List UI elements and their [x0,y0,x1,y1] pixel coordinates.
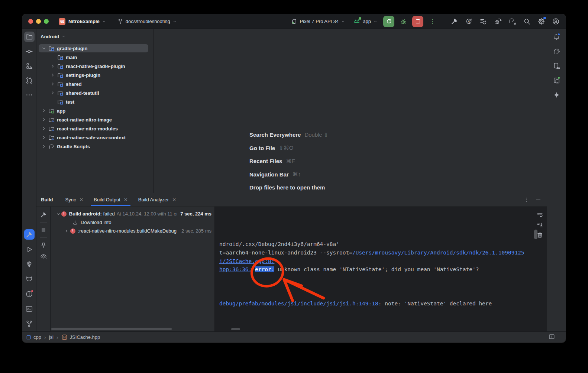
error-badge-icon: ! [70,228,75,234]
build-button[interactable] [24,229,35,240]
chevron-down-icon[interactable] [41,46,48,51]
breadcrumb-item[interactable]: HJSICache.hpp [61,334,100,340]
version-control-icon [25,320,33,328]
tree-item-test[interactable]: test [36,97,154,106]
clear-all-button[interactable] [535,230,544,239]
console-horizontal-scrollbar[interactable] [231,328,240,330]
apply-changes-button[interactable]: A [465,17,473,25]
breadcrumb-item[interactable]: cpp [26,334,41,340]
zoom-window-button[interactable] [44,19,49,24]
gradle-sync-button[interactable] [508,17,516,25]
horizontal-scrollbar[interactable] [51,328,172,330]
tab-build-output[interactable]: Build Output✕ [91,193,130,206]
device-selector[interactable]: Pixel 7 Pro API 34 [289,17,348,26]
run-config-selector[interactable]: app [351,16,380,27]
tree-item-shared[interactable]: shared [36,80,154,88]
commit-button[interactable] [24,46,35,56]
pin-button[interactable] [39,241,48,250]
project-selector[interactable]: NitroExample [66,17,109,26]
running-devices-button[interactable] [552,75,561,85]
more-button[interactable] [24,90,35,100]
rebuild-button[interactable] [39,210,48,219]
chevron-right-icon[interactable] [41,108,48,113]
apply-code-changes-button[interactable] [479,17,487,25]
minimize-window-button[interactable] [36,19,41,24]
breadcrumb-item[interactable]: jsi [49,334,54,340]
chevron-down-icon[interactable] [56,211,61,217]
tab-sync[interactable]: Sync✕ [63,193,86,206]
tree-item-shared-testutil[interactable]: shared-testutil [36,88,154,97]
settings-button[interactable] [537,17,545,25]
gradle-button[interactable] [552,46,561,56]
more-run-actions-button[interactable] [427,16,438,27]
project-view-selector[interactable]: Android [36,29,154,44]
build-tree-row[interactable]: !:react-native-nitro-modules:buildCMakeD… [51,227,214,235]
stop-button[interactable] [412,16,423,27]
console-file-link[interactable]: hpp:36:36: [219,266,252,272]
build-tree-row[interactable]: Download info [51,218,214,227]
event-log-button[interactable] [548,333,555,341]
close-window-button[interactable] [28,19,33,24]
app-insights-button[interactable] [24,259,35,269]
chevron-right-icon[interactable] [50,81,56,87]
branch-selector[interactable]: docs/troubleshooting [115,17,179,26]
chevron-right-icon[interactable] [41,144,48,149]
chevron-right-icon[interactable] [41,117,48,122]
tree-item-react-native-nitro-image[interactable]: react-native-nitro-image [36,115,154,124]
device-manager-button[interactable] [552,61,561,71]
build-row-duration: 2 sec, 285 ms [181,228,214,234]
version-control-button[interactable] [24,318,35,329]
search-button[interactable] [523,17,531,25]
console-file-link[interactable]: debug/prefab/modules/jsi/include/jsi/jsi… [219,301,378,306]
shortcut-hint: Go to File⇧⌘O [249,142,329,155]
chevron-right-icon[interactable] [50,72,56,78]
rerun-button[interactable] [383,16,394,27]
notifications-button[interactable] [552,32,561,42]
project-button[interactable] [24,32,35,42]
pull-requests-button[interactable] [24,75,35,85]
preview-icon [40,253,47,260]
close-tab-icon[interactable]: ✕ [79,197,83,202]
more-button[interactable] [523,197,530,203]
attach-debugger-button[interactable] [494,17,502,25]
tree-item-settings-plugin[interactable]: settings-plugin [36,71,154,80]
tree-item-label: app [57,108,65,114]
terminal-button[interactable] [24,304,35,314]
problems-button[interactable] [24,289,35,299]
pin-icon [40,241,47,249]
logcat-icon [25,275,33,283]
tree-item-label: react-native-nitro-modules [57,126,118,132]
kebab-menu-icon [429,18,436,25]
tree-item-react-native-gradle-plugin[interactable]: react-native-gradle-plugin [36,62,154,71]
close-tab-icon[interactable]: ✕ [172,197,176,202]
tree-item-main[interactable]: main [36,53,154,62]
tree-item-react-native-safe-area-context[interactable]: react-native-safe-area-context [36,133,154,142]
chevron-right-icon[interactable] [41,126,48,131]
tab-build-analyzer[interactable]: Build Analyzer✕ [136,193,179,206]
console-file-link[interactable]: i/JSICache.cpp:8: [219,258,274,264]
gemini-button[interactable] [552,90,561,100]
soft-wrap-button[interactable] [535,210,544,219]
console-text [252,266,255,272]
profile-button[interactable] [552,17,560,25]
chevron-right-icon[interactable] [50,64,56,69]
tree-item-app[interactable]: app [36,106,154,115]
tree-item-gradle-plugin[interactable]: gradle-plugin [36,44,154,53]
preview-button[interactable] [39,252,48,261]
structure-button[interactable] [24,61,35,71]
console-file-link[interactable]: /Users/mrousavy/Library/Android/sdk/ndk/… [352,250,524,256]
chevron-right-icon[interactable] [41,135,48,140]
tree-item-gradle-scripts[interactable]: Gradle Scripts [36,142,154,151]
scroll-to-end-button[interactable] [535,220,544,229]
build-tree-row[interactable]: !Build android: failedAt 14.10.24, 12:00… [51,210,214,218]
build-button[interactable] [450,17,458,25]
chevron-right-icon[interactable] [64,228,70,234]
tree-item-react-native-nitro-modules[interactable]: react-native-nitro-modules [36,124,154,133]
debug-button[interactable] [398,16,409,27]
minimize-button[interactable] [535,197,542,203]
close-tab-icon[interactable]: ✕ [124,197,128,202]
run-button[interactable] [24,244,35,254]
chevron-right-icon[interactable] [50,90,56,95]
logcat-button[interactable] [24,274,35,284]
stop-disabled-button[interactable] [39,226,48,234]
